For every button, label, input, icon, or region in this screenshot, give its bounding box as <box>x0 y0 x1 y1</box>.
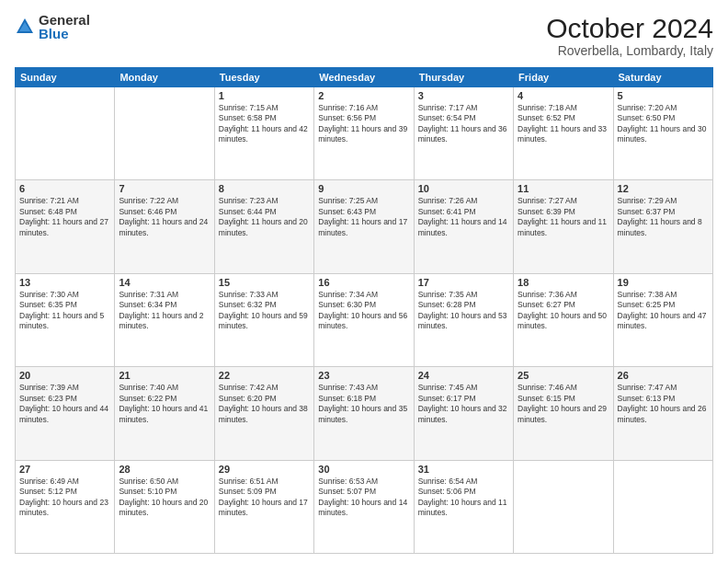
calendar-cell: 13Sunrise: 7:30 AMSunset: 6:35 PMDayligh… <box>16 273 115 366</box>
day-number: 20 <box>19 370 110 381</box>
day-number: 3 <box>418 90 509 101</box>
logo-icon <box>15 17 35 37</box>
day-number: 21 <box>119 370 210 381</box>
day-info: Sunrise: 7:34 AMSunset: 6:30 PMDaylight:… <box>318 290 409 332</box>
calendar-cell: 26Sunrise: 7:47 AMSunset: 6:13 PMDayligh… <box>613 367 712 460</box>
day-info: Sunrise: 7:40 AMSunset: 6:22 PMDaylight:… <box>119 383 210 425</box>
calendar-cell: 3Sunrise: 7:17 AMSunset: 6:54 PMDaylight… <box>414 87 513 180</box>
day-number: 14 <box>119 277 210 288</box>
day-number: 19 <box>618 277 709 288</box>
calendar-cell: 14Sunrise: 7:31 AMSunset: 6:34 PMDayligh… <box>115 273 214 366</box>
calendar-cell: 27Sunrise: 6:49 AMSunset: 5:12 PMDayligh… <box>16 460 115 553</box>
weekday-header: Tuesday <box>214 68 313 87</box>
day-info: Sunrise: 6:54 AMSunset: 5:06 PMDaylight:… <box>418 477 509 519</box>
day-number: 10 <box>418 183 509 194</box>
weekday-header: Monday <box>115 68 214 87</box>
day-info: Sunrise: 7:35 AMSunset: 6:28 PMDaylight:… <box>418 290 509 332</box>
calendar-cell: 15Sunrise: 7:33 AMSunset: 6:32 PMDayligh… <box>214 273 313 366</box>
calendar-cell: 19Sunrise: 7:38 AMSunset: 6:25 PMDayligh… <box>613 273 712 366</box>
calendar-cell: 24Sunrise: 7:45 AMSunset: 6:17 PMDayligh… <box>414 367 513 460</box>
calendar-cell: 4Sunrise: 7:18 AMSunset: 6:52 PMDaylight… <box>514 87 613 180</box>
day-number: 13 <box>19 277 110 288</box>
calendar-week-row: 1Sunrise: 7:15 AMSunset: 6:58 PMDaylight… <box>16 87 713 180</box>
day-number: 4 <box>518 90 609 101</box>
location: Roverbella, Lombardy, Italy <box>546 43 713 58</box>
day-info: Sunrise: 7:27 AMSunset: 6:39 PMDaylight:… <box>518 196 609 238</box>
weekday-header: Thursday <box>414 68 513 87</box>
calendar-week-row: 13Sunrise: 7:30 AMSunset: 6:35 PMDayligh… <box>16 273 713 366</box>
day-number: 5 <box>618 90 709 101</box>
day-info: Sunrise: 7:45 AMSunset: 6:17 PMDaylight:… <box>418 383 509 425</box>
day-info: Sunrise: 7:20 AMSunset: 6:50 PMDaylight:… <box>618 103 709 145</box>
calendar-cell: 5Sunrise: 7:20 AMSunset: 6:50 PMDaylight… <box>613 87 712 180</box>
weekday-header: Friday <box>514 68 613 87</box>
header: General Blue October 2024 Roverbella, Lo… <box>15 13 713 58</box>
day-info: Sunrise: 7:16 AMSunset: 6:56 PMDaylight:… <box>318 103 409 145</box>
calendar-cell: 2Sunrise: 7:16 AMSunset: 6:56 PMDaylight… <box>314 87 414 180</box>
day-info: Sunrise: 7:42 AMSunset: 6:20 PMDaylight:… <box>219 383 310 425</box>
page: General Blue October 2024 Roverbella, Lo… <box>0 0 728 563</box>
weekday-header: Wednesday <box>314 68 414 87</box>
calendar-cell: 16Sunrise: 7:34 AMSunset: 6:30 PMDayligh… <box>314 273 414 366</box>
calendar-week-row: 6Sunrise: 7:21 AMSunset: 6:48 PMDaylight… <box>16 180 713 273</box>
day-info: Sunrise: 7:46 AMSunset: 6:15 PMDaylight:… <box>518 383 609 425</box>
day-info: Sunrise: 7:18 AMSunset: 6:52 PMDaylight:… <box>518 103 609 145</box>
calendar-cell: 8Sunrise: 7:23 AMSunset: 6:44 PMDaylight… <box>214 180 313 273</box>
day-number: 28 <box>119 464 210 475</box>
day-number: 6 <box>19 183 110 194</box>
calendar-table: SundayMondayTuesdayWednesdayThursdayFrid… <box>15 67 713 554</box>
calendar-cell <box>115 87 214 180</box>
weekday-header: Sunday <box>16 68 115 87</box>
month-title: October 2024 <box>546 13 713 43</box>
calendar-cell: 17Sunrise: 7:35 AMSunset: 6:28 PMDayligh… <box>414 273 513 366</box>
day-number: 22 <box>219 370 310 381</box>
day-info: Sunrise: 7:33 AMSunset: 6:32 PMDaylight:… <box>219 290 310 332</box>
day-number: 31 <box>418 464 509 475</box>
day-info: Sunrise: 6:49 AMSunset: 5:12 PMDaylight:… <box>19 477 110 519</box>
logo-general: General <box>39 13 90 27</box>
calendar-cell: 9Sunrise: 7:25 AMSunset: 6:43 PMDaylight… <box>314 180 414 273</box>
calendar-cell: 12Sunrise: 7:29 AMSunset: 6:37 PMDayligh… <box>613 180 712 273</box>
day-info: Sunrise: 7:15 AMSunset: 6:58 PMDaylight:… <box>219 103 310 145</box>
day-info: Sunrise: 7:38 AMSunset: 6:25 PMDaylight:… <box>618 290 709 332</box>
calendar-cell <box>514 460 613 553</box>
day-info: Sunrise: 7:31 AMSunset: 6:34 PMDaylight:… <box>119 290 210 332</box>
day-number: 8 <box>219 183 310 194</box>
calendar-cell: 7Sunrise: 7:22 AMSunset: 6:46 PMDaylight… <box>115 180 214 273</box>
day-number: 9 <box>318 183 409 194</box>
day-info: Sunrise: 7:39 AMSunset: 6:23 PMDaylight:… <box>19 383 110 425</box>
day-info: Sunrise: 7:29 AMSunset: 6:37 PMDaylight:… <box>618 196 709 238</box>
day-info: Sunrise: 7:22 AMSunset: 6:46 PMDaylight:… <box>119 196 210 238</box>
day-number: 7 <box>119 183 210 194</box>
calendar-cell <box>613 460 712 553</box>
day-info: Sunrise: 7:30 AMSunset: 6:35 PMDaylight:… <box>19 290 110 332</box>
day-info: Sunrise: 7:25 AMSunset: 6:43 PMDaylight:… <box>318 196 409 238</box>
calendar-cell: 10Sunrise: 7:26 AMSunset: 6:41 PMDayligh… <box>414 180 513 273</box>
calendar-cell: 29Sunrise: 6:51 AMSunset: 5:09 PMDayligh… <box>214 460 313 553</box>
day-number: 15 <box>219 277 310 288</box>
calendar-header-row: SundayMondayTuesdayWednesdayThursdayFrid… <box>16 68 713 87</box>
day-info: Sunrise: 7:17 AMSunset: 6:54 PMDaylight:… <box>418 103 509 145</box>
calendar-cell: 30Sunrise: 6:53 AMSunset: 5:07 PMDayligh… <box>314 460 414 553</box>
day-info: Sunrise: 6:51 AMSunset: 5:09 PMDaylight:… <box>219 477 310 519</box>
weekday-header: Saturday <box>613 68 712 87</box>
day-number: 23 <box>318 370 409 381</box>
day-number: 24 <box>418 370 509 381</box>
day-info: Sunrise: 7:36 AMSunset: 6:27 PMDaylight:… <box>518 290 609 332</box>
logo-blue: Blue <box>39 27 90 40</box>
calendar-cell: 18Sunrise: 7:36 AMSunset: 6:27 PMDayligh… <box>514 273 613 366</box>
day-number: 11 <box>518 183 609 194</box>
calendar-cell: 22Sunrise: 7:42 AMSunset: 6:20 PMDayligh… <box>214 367 313 460</box>
day-number: 16 <box>318 277 409 288</box>
calendar-cell: 21Sunrise: 7:40 AMSunset: 6:22 PMDayligh… <box>115 367 214 460</box>
logo: General Blue <box>15 13 90 40</box>
day-info: Sunrise: 7:43 AMSunset: 6:18 PMDaylight:… <box>318 383 409 425</box>
day-info: Sunrise: 7:23 AMSunset: 6:44 PMDaylight:… <box>219 196 310 238</box>
day-number: 12 <box>618 183 709 194</box>
day-number: 26 <box>618 370 709 381</box>
day-number: 1 <box>219 90 310 101</box>
day-number: 30 <box>318 464 409 475</box>
calendar-cell: 28Sunrise: 6:50 AMSunset: 5:10 PMDayligh… <box>115 460 214 553</box>
day-info: Sunrise: 7:26 AMSunset: 6:41 PMDaylight:… <box>418 196 509 238</box>
day-number: 17 <box>418 277 509 288</box>
